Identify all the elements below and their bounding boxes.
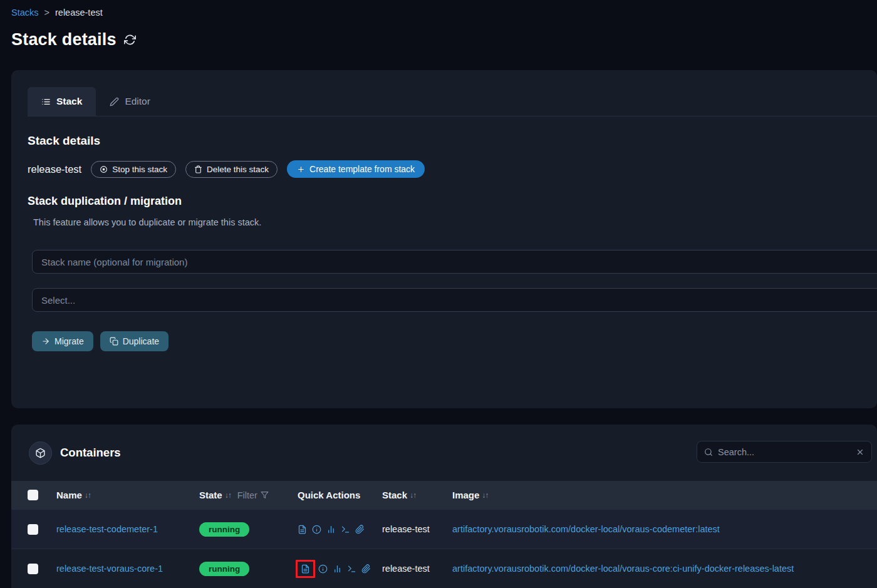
copy-icon — [110, 337, 118, 346]
tab-stack-label: Stack — [56, 96, 82, 107]
pencil-icon — [110, 97, 119, 106]
tab-bar: Stack Editor — [28, 88, 877, 116]
plus-icon — [297, 165, 305, 173]
containers-card: Containers Name ↓↑ State ↓↑ Filter — [11, 425, 877, 588]
stack-actions-row: release-test Stop this stack Delete this… — [28, 160, 877, 178]
header-quick-actions: Quick Actions — [298, 490, 382, 500]
stop-stack-label: Stop this stack — [112, 165, 167, 174]
image-link[interactable]: artifactory.vorausrobotik.com/docker-loc… — [452, 524, 720, 534]
stop-icon — [100, 165, 108, 173]
duplicate-label: Duplicate — [123, 336, 159, 346]
containers-header: Containers — [11, 425, 877, 481]
stack-details-heading: Stack details — [28, 134, 877, 148]
containers-table-header: Name ↓↑ State ↓↑ Filter Quick Actions St… — [11, 481, 877, 509]
attach-icon[interactable] — [361, 564, 371, 574]
cube-icon — [35, 448, 46, 458]
stack-name-input[interactable] — [32, 250, 877, 274]
state-filter-button[interactable]: Filter — [237, 490, 269, 500]
create-template-button[interactable]: Create template from stack — [287, 160, 425, 178]
duplication-description: This feature allows you to duplicate or … — [33, 217, 877, 227]
environment-select[interactable]: Select... — [32, 288, 877, 312]
stack-name: release-test — [28, 163, 81, 175]
funnel-icon — [261, 491, 269, 499]
header-state[interactable]: State ↓↑ Filter — [199, 490, 298, 500]
trash-icon — [194, 165, 202, 173]
stack-cell: release-test — [382, 564, 452, 574]
tab-editor[interactable]: Editor — [96, 87, 164, 116]
environment-select-placeholder: Select... — [41, 295, 75, 306]
header-stack[interactable]: Stack ↓↑ — [382, 490, 452, 500]
stack-cell: release-test — [382, 524, 452, 534]
attach-icon[interactable] — [355, 525, 365, 534]
create-template-label: Create template from stack — [309, 164, 415, 174]
duplication-heading: Stack duplication / migration — [28, 195, 877, 208]
page-title: Stack details — [11, 30, 117, 49]
containers-icon-badge — [29, 441, 52, 465]
page-title-row: Stack details — [11, 30, 136, 49]
clear-search-icon[interactable] — [856, 448, 864, 456]
breadcrumb: Stacks > release-test — [11, 8, 103, 18]
breadcrumb-separator: > — [44, 8, 49, 18]
tab-stack[interactable]: Stack — [28, 87, 96, 116]
annotation-highlight-box — [296, 560, 315, 578]
row-checkbox[interactable] — [28, 564, 38, 574]
refresh-icon[interactable] — [124, 34, 136, 46]
breadcrumb-stacks-link[interactable]: Stacks — [11, 8, 39, 18]
status-badge: running — [199, 562, 249, 576]
header-image[interactable]: Image ↓↑ — [452, 490, 877, 500]
delete-stack-button[interactable]: Delete this stack — [185, 161, 278, 178]
containers-search-input[interactable] — [718, 447, 851, 457]
breadcrumb-current: release-test — [55, 8, 103, 18]
header-name[interactable]: Name ↓↑ — [56, 490, 199, 500]
migrate-button[interactable]: Migrate — [32, 331, 93, 351]
console-icon[interactable] — [341, 525, 350, 534]
container-name-link[interactable]: release-test-voraus-core-1 — [56, 564, 163, 574]
container-name-link[interactable]: release-test-codemeter-1 — [56, 524, 158, 534]
row-checkbox[interactable] — [28, 524, 38, 535]
quick-actions-cell — [298, 564, 382, 574]
sort-icons-state[interactable]: ↓↑ — [225, 491, 231, 500]
console-icon[interactable] — [347, 564, 356, 574]
sort-icons-name[interactable]: ↓↑ — [85, 491, 91, 500]
containers-searchbar — [697, 441, 872, 463]
sort-icons-image[interactable]: ↓↑ — [482, 491, 488, 500]
arrow-right-icon — [41, 337, 50, 346]
delete-stack-label: Delete this stack — [207, 165, 269, 174]
select-all-checkbox[interactable] — [28, 490, 38, 500]
status-badge: running — [199, 522, 249, 537]
migrate-label: Migrate — [54, 336, 84, 346]
duplication-actions: Migrate Duplicate — [32, 331, 877, 351]
image-link[interactable]: artifactory.vorausrobotik.com/docker-loc… — [452, 564, 794, 574]
inspect-icon[interactable] — [318, 564, 328, 574]
containers-title: Containers — [60, 446, 121, 460]
inspect-icon[interactable] — [312, 525, 321, 534]
quick-actions-cell — [298, 525, 382, 534]
stop-stack-button[interactable]: Stop this stack — [91, 161, 176, 178]
stack-details-card: Stack Editor Stack details release-test … — [11, 70, 877, 408]
stats-icon[interactable] — [333, 564, 342, 574]
search-icon — [704, 448, 713, 456]
stats-icon[interactable] — [326, 525, 336, 534]
sort-icons-stack[interactable]: ↓↑ — [410, 491, 416, 500]
logs-icon[interactable] — [301, 564, 310, 574]
table-row: release-test-voraus-core-1 running relea… — [11, 549, 877, 588]
duplicate-button[interactable]: Duplicate — [100, 331, 169, 351]
logs-icon[interactable] — [298, 525, 307, 534]
table-row: release-test-codemeter-1 running release… — [11, 509, 877, 549]
tab-editor-label: Editor — [125, 96, 150, 107]
list-icon — [41, 97, 51, 106]
